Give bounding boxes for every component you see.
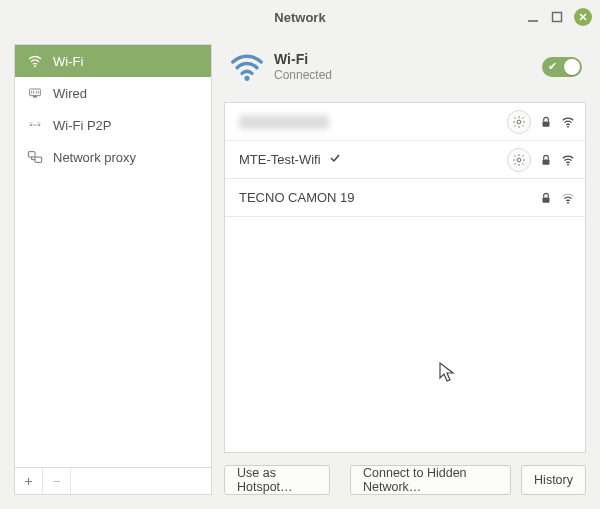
network-actions [507,110,575,134]
svg-point-16 [517,120,521,124]
settings-button[interactable] [507,110,531,134]
lock-icon [539,153,553,167]
svg-point-12 [38,124,41,127]
settings-button[interactable] [507,148,531,172]
signal-icon [561,115,575,129]
history-button[interactable]: History [521,465,586,495]
window-title: Network [274,10,325,25]
svg-rect-17 [543,121,550,126]
network-name: TECNO CAMON 19 [239,190,539,205]
lock-icon [539,115,553,129]
svg-rect-14 [35,157,42,162]
svg-rect-1 [553,13,562,22]
svg-rect-22 [543,197,550,202]
network-row[interactable]: MTE-Test-Wifi [225,141,585,179]
svg-point-18 [567,125,569,127]
svg-point-4 [34,65,36,67]
content: Wi-Fi Wired [0,34,600,509]
sidebar-item-wired[interactable]: Wired [15,77,211,109]
connected-check-icon [329,152,341,167]
hidden-network-button[interactable]: Connect to Hidden Network… [350,465,511,495]
redacted-text [239,115,329,129]
sidebar-item-label: Wired [53,86,87,101]
svg-rect-13 [28,152,35,157]
close-button[interactable] [574,8,592,26]
wifi-title: Wi-Fi [274,51,332,68]
sidebar-item-proxy[interactable]: Network proxy [15,141,211,173]
svg-point-15 [244,76,249,81]
remove-button[interactable]: − [43,468,71,494]
signal-icon [561,191,575,205]
network-name: MTE-Test-Wifi [239,152,507,167]
check-icon: ✔ [548,60,557,73]
svg-rect-6 [33,96,37,98]
network-row[interactable] [225,103,585,141]
signal-icon [561,153,575,167]
toggle-knob [564,59,580,75]
wifi-toggle[interactable]: ✔ [542,57,582,77]
sidebar-item-label: Network proxy [53,150,136,165]
wifi-header-text: Wi-Fi Connected [274,51,332,82]
p2p-icon [27,117,43,133]
main: Wi-Fi Connected ✔ [224,44,586,495]
wifi-header: Wi-Fi Connected ✔ [224,44,586,102]
sidebar-footer: + − [14,467,212,495]
hotspot-button[interactable]: Use as Hotspot… [224,465,330,495]
wifi-icon [27,53,43,69]
titlebar: Network [0,0,600,34]
sidebar-item-label: Wi-Fi P2P [53,118,112,133]
network-actions [539,191,575,205]
network-list: MTE-Test-Wifi [224,102,586,453]
minimize-button[interactable] [526,10,540,24]
sidebar-item-label: Wi-Fi [53,54,83,69]
network-row[interactable]: TECNO CAMON 19 [225,179,585,217]
sidebar-list: Wi-Fi Wired [14,44,212,467]
add-button[interactable]: + [15,468,43,494]
lock-icon [539,191,553,205]
svg-point-23 [567,201,569,203]
svg-point-19 [517,158,521,162]
wifi-status: Connected [274,68,332,82]
wifi-icon [230,50,264,84]
maximize-button[interactable] [550,10,564,24]
network-actions [507,148,575,172]
sidebar-item-wifi-p2p[interactable]: Wi-Fi P2P [15,109,211,141]
proxy-icon [27,149,43,165]
sidebar: Wi-Fi Wired [14,44,212,495]
footer-buttons: Use as Hotspot… Connect to Hidden Networ… [224,465,586,495]
svg-rect-20 [543,159,550,164]
ethernet-icon [27,85,43,101]
window-controls [526,0,592,34]
network-name [239,115,507,129]
svg-point-21 [567,163,569,165]
svg-point-11 [30,124,33,127]
sidebar-item-wifi[interactable]: Wi-Fi [15,45,211,77]
